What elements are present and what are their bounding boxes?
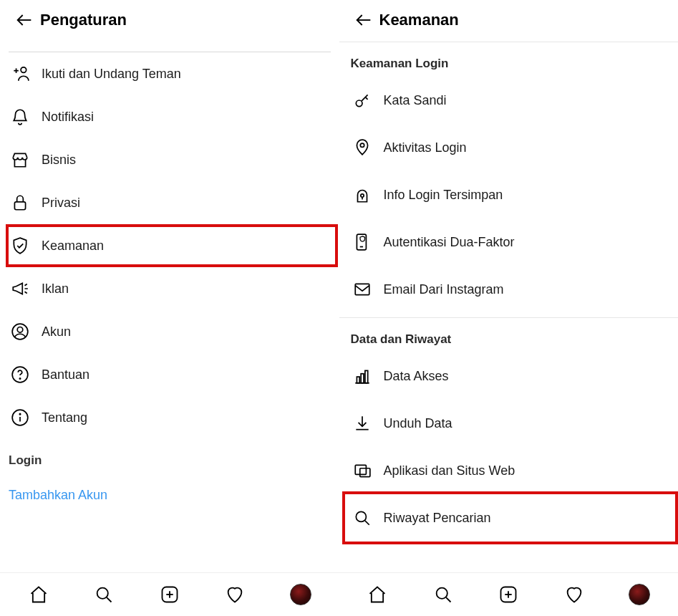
settings-item-security[interactable]: Keamanan	[3, 224, 336, 267]
settings-item-label: Bisnis	[42, 153, 76, 168]
add-account-link[interactable]: Tambahkan Akun	[0, 473, 339, 517]
svg-point-2	[12, 324, 28, 340]
security-item-search-history[interactable]: Riwayat Pencarian	[344, 494, 674, 542]
user-circle-icon	[11, 322, 29, 341]
search-icon	[94, 584, 114, 605]
phone-shield-icon	[353, 233, 372, 251]
page-title: Pengaturan	[40, 11, 127, 29]
settings-item-label: Bantuan	[42, 367, 89, 382]
back-button[interactable]	[9, 10, 40, 30]
settings-item-label: Akun	[42, 324, 71, 340]
add-user-icon	[11, 64, 29, 83]
home-icon	[29, 584, 49, 605]
security-item-password[interactable]: Kata Sandi	[339, 77, 679, 124]
svg-point-18	[356, 511, 366, 521]
svg-rect-16	[355, 465, 366, 474]
login-section-label: Login	[0, 439, 339, 473]
nav-profile[interactable]	[286, 580, 315, 609]
nav-create[interactable]	[155, 580, 184, 609]
settings-item-notifications[interactable]: Notifikasi	[0, 95, 339, 138]
settings-item-label: Ikuti dan Undang Teman	[42, 67, 181, 82]
svg-point-21	[436, 588, 447, 599]
mail-icon	[353, 280, 372, 299]
keyhole-icon	[353, 186, 372, 204]
nav-profile[interactable]	[625, 580, 654, 609]
bottom-nav-left	[0, 573, 339, 616]
security-item-label: Riwayat Pencarian	[384, 511, 491, 526]
security-item-label: Aplikasi dan Situs Web	[384, 463, 515, 478]
svg-point-10	[360, 194, 363, 197]
security-list: Keamanan Login Kata Sandi Aktivitas Logi…	[339, 42, 679, 572]
svg-point-7	[19, 413, 20, 414]
settings-item-label: Notifikasi	[42, 110, 94, 125]
svg-point-9	[360, 143, 364, 147]
apps-icon	[353, 461, 372, 480]
info-circle-icon	[11, 408, 29, 427]
security-item-data-access[interactable]: Data Akses	[339, 352, 679, 400]
data-history-section-label: Data dan Riwayat	[339, 318, 679, 352]
page-title: Keamanan	[379, 11, 459, 29]
home-icon	[367, 584, 387, 605]
storefront-icon	[11, 150, 29, 169]
pin-icon	[353, 138, 372, 157]
settings-item-business[interactable]: Bisnis	[0, 138, 339, 181]
settings-item-ads[interactable]: Iklan	[0, 267, 339, 310]
svg-rect-13	[357, 377, 359, 383]
nav-search[interactable]	[429, 580, 457, 609]
svg-rect-15	[364, 370, 367, 382]
svg-point-3	[17, 327, 23, 333]
security-item-label: Unduh Data	[384, 416, 452, 431]
search-icon	[433, 584, 453, 605]
svg-rect-12	[355, 284, 369, 294]
settings-list: Ikuti dan Undang Teman Notifikasi Bisnis…	[0, 42, 339, 572]
megaphone-icon	[11, 279, 29, 298]
settings-item-account[interactable]: Akun	[0, 310, 339, 353]
avatar-icon	[629, 584, 650, 605]
security-item-label: Aktivitas Login	[384, 140, 467, 155]
settings-item-label: Privasi	[42, 196, 80, 211]
settings-item-label: Tentang	[42, 410, 87, 425]
security-item-saved-login[interactable]: Info Login Tersimpan	[339, 171, 679, 218]
nav-activity[interactable]	[221, 580, 249, 609]
settings-item-label: Iklan	[42, 281, 69, 297]
svg-point-8	[356, 100, 362, 107]
arrow-left-icon	[354, 10, 374, 30]
arrow-left-icon	[14, 10, 34, 30]
avatar-icon	[290, 584, 311, 605]
nav-home[interactable]	[24, 580, 53, 609]
nav-search[interactable]	[89, 580, 118, 609]
settings-item-privacy[interactable]: Privasi	[0, 181, 339, 224]
security-item-apps-websites[interactable]: Aplikasi dan Situs Web	[339, 447, 679, 494]
security-item-download-data[interactable]: Unduh Data	[339, 400, 679, 447]
nav-create[interactable]	[494, 580, 523, 609]
settings-item-invite[interactable]: Ikuti dan Undang Teman	[0, 52, 339, 95]
security-item-label: Data Akses	[384, 369, 449, 384]
plus-square-icon	[160, 584, 180, 605]
download-icon	[353, 414, 372, 433]
settings-item-label: Keamanan	[42, 239, 104, 254]
shield-check-icon	[11, 236, 29, 255]
svg-rect-14	[361, 374, 364, 383]
security-item-label: Autentikasi Dua-Faktor	[384, 235, 515, 250]
security-item-email[interactable]: Email Dari Instagram	[339, 266, 679, 313]
heart-icon	[564, 584, 584, 605]
security-item-label: Kata Sandi	[384, 93, 447, 108]
settings-item-help[interactable]: Bantuan	[0, 353, 339, 396]
svg-point-0	[21, 67, 26, 73]
back-button[interactable]	[348, 10, 379, 30]
nav-home[interactable]	[363, 580, 392, 609]
security-item-login-activity[interactable]: Aktivitas Login	[339, 124, 679, 171]
key-icon	[353, 91, 372, 110]
security-item-2fa[interactable]: Autentikasi Dua-Faktor	[339, 218, 679, 266]
settings-item-about[interactable]: Tentang	[0, 396, 339, 439]
security-item-label: Email Dari Instagram	[384, 282, 504, 297]
heart-icon	[225, 584, 245, 605]
bell-icon	[11, 107, 29, 126]
svg-rect-1	[14, 202, 25, 210]
login-security-section-label: Keamanan Login	[339, 42, 679, 77]
header-settings: Pengaturan	[0, 0, 339, 42]
plus-square-icon	[498, 584, 518, 605]
svg-rect-17	[359, 468, 369, 477]
nav-activity[interactable]	[560, 580, 589, 609]
chart-icon	[353, 367, 372, 385]
